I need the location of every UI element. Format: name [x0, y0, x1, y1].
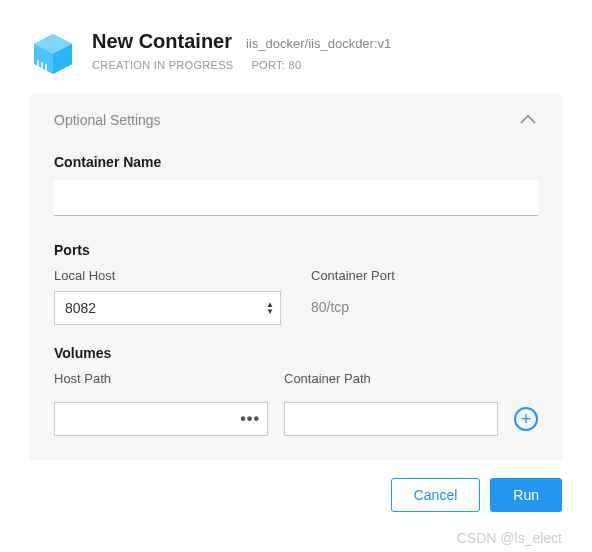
- watermark: CSDN @ls_elect: [457, 530, 562, 546]
- panel-title: Optional Settings: [54, 112, 161, 128]
- status-badge: CREATION IN PROGRESS: [92, 59, 233, 71]
- local-host-input[interactable]: [54, 291, 281, 325]
- port-meta: PORT: 80: [251, 59, 301, 71]
- local-host-label: Local Host: [54, 268, 281, 283]
- add-volume-button[interactable]: +: [514, 407, 538, 431]
- container-path-label: Container Path: [284, 371, 484, 386]
- image-tag: iis_docker/iis_dockder:v1: [246, 36, 391, 51]
- container-port-value: 80/tcp: [311, 291, 538, 315]
- container-cube-icon: [30, 30, 76, 76]
- container-name-label: Container Name: [54, 154, 538, 170]
- host-path-input[interactable]: [54, 402, 268, 436]
- page-title: New Container: [92, 30, 232, 53]
- ports-label: Ports: [54, 242, 538, 258]
- container-name-input[interactable]: [54, 180, 538, 216]
- chevron-up-icon: [518, 113, 538, 127]
- run-button[interactable]: Run: [490, 478, 562, 512]
- volumes-label: Volumes: [54, 345, 538, 361]
- cancel-button[interactable]: Cancel: [391, 478, 481, 512]
- optional-settings-toggle[interactable]: Optional Settings: [30, 94, 562, 142]
- host-path-label: Host Path: [54, 371, 254, 386]
- browse-icon[interactable]: •••: [240, 410, 260, 428]
- container-port-label: Container Port: [311, 268, 538, 283]
- container-path-input[interactable]: [284, 402, 498, 436]
